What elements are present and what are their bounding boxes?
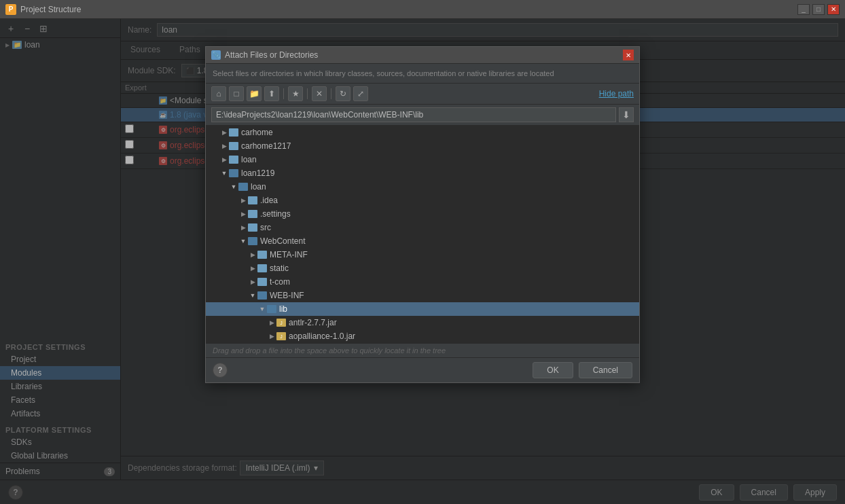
carhome-folder-icon (229, 128, 238, 137)
dialog-description: Select files or directories in which lib… (206, 64, 639, 84)
delete-toolbar-btn[interactable]: ✕ (312, 86, 327, 101)
settings-label: .settings (260, 209, 291, 219)
idea-folder-icon (248, 196, 257, 204)
settings-arrow: ▶ (238, 211, 248, 217)
webcontent-folder-icon (248, 237, 257, 245)
static-arrow: ▶ (248, 265, 257, 272)
window-controls: _ □ ✕ (797, 4, 840, 15)
t-com-label: t-com (270, 277, 290, 287)
tree-item-antlr[interactable]: ▶ J antlr-2.7.7.jar (206, 316, 639, 329)
minimize-button[interactable]: _ (797, 4, 810, 15)
path-download-btn[interactable]: ⬇ (619, 107, 634, 122)
loan1219-folder-icon (229, 169, 238, 177)
path-input[interactable] (211, 107, 616, 122)
meta-inf-folder-icon (257, 251, 267, 259)
aopalliance-label: aopalliance-1.0.jar (289, 331, 355, 341)
tree-item-webcontent[interactable]: ▼ WebContent (206, 234, 639, 248)
src-arrow: ▶ (238, 224, 248, 231)
loan1219-arrow: ▼ (219, 170, 229, 177)
dialog-title-icon: 📎 (211, 50, 221, 60)
src-label: src (260, 223, 271, 232)
tree-item-loan-sub[interactable]: ▼ loan (206, 180, 639, 194)
web-inf-arrow: ▼ (248, 292, 257, 299)
t-com-folder-icon (257, 278, 267, 286)
carhome1217-label: carhome1217 (241, 141, 291, 151)
loan-sub-arrow: ▼ (229, 183, 238, 190)
attach-files-dialog: 📎 Attach Files or Directories ✕ Select f… (205, 46, 640, 383)
loan-arrow: ▶ (219, 156, 229, 163)
lib-arrow: ▼ (257, 306, 267, 312)
tree-item-src[interactable]: ▶ src (206, 221, 639, 234)
path-row: ⬇ (206, 105, 639, 126)
meta-inf-label: META-INF (270, 250, 308, 259)
idea-arrow: ▶ (238, 197, 248, 204)
tree-item-t-com[interactable]: ▶ t-com (206, 275, 639, 289)
carhome1217-folder-icon (229, 142, 238, 150)
tree-item-meta-inf[interactable]: ▶ META-INF (206, 248, 639, 262)
new-folder-toolbar-btn[interactable]: 📁 (247, 86, 262, 101)
tree-item-idea[interactable]: ▶ .idea (206, 194, 639, 207)
close-button[interactable]: ✕ (827, 4, 840, 15)
lib-folder-icon (267, 305, 276, 313)
antlr-label: antlr-2.7.7.jar (289, 318, 337, 327)
tree-item-aopalliance[interactable]: ▶ J aopalliance-1.0.jar (206, 329, 639, 343)
loan-label: loan (241, 155, 257, 164)
dialog-cancel-button[interactable]: Cancel (579, 362, 632, 378)
idea-label: .idea (260, 196, 278, 205)
src-folder-icon (248, 223, 257, 232)
maximize-button[interactable]: □ (812, 4, 825, 15)
window-title: Project Structure (20, 5, 81, 14)
tree-item-carhome[interactable]: ▶ carhome (206, 126, 639, 139)
antlr-jar-icon: J (276, 319, 286, 327)
title-bar: P Project Structure _ □ ✕ (0, 0, 845, 19)
dialog-title-bar: 📎 Attach Files or Directories ✕ (206, 47, 639, 64)
favorites-toolbar-btn[interactable]: ★ (288, 86, 303, 101)
hide-path-link[interactable]: Hide path (599, 89, 634, 98)
app-icon: P (5, 4, 16, 15)
tree-item-loan1219[interactable]: ▼ loan1219 (206, 166, 639, 180)
tree-item-web-inf[interactable]: ▼ WEB-INF (206, 289, 639, 302)
lib-label: lib (279, 304, 287, 314)
carhome-arrow: ▶ (219, 129, 229, 136)
loan1219-label: loan1219 (241, 168, 274, 178)
desktop-toolbar-btn[interactable]: □ (229, 86, 244, 101)
tree-item-static[interactable]: ▶ static (206, 262, 639, 275)
dialog-title: Attach Files or Directories (225, 50, 619, 60)
static-folder-icon (257, 264, 267, 272)
dialog-toolbar: ⌂ □ 📁 ⬆ ★ ✕ ↻ ⤢ Hide path (206, 84, 639, 105)
web-inf-label: WEB-INF (270, 291, 304, 300)
static-label: static (270, 264, 289, 273)
carhome1217-arrow: ▶ (219, 143, 229, 149)
aopalliance-jar-icon: J (276, 332, 286, 340)
tree-item-settings[interactable]: ▶ .settings (206, 207, 639, 221)
parent-folder-toolbar-btn[interactable]: ⬆ (264, 86, 279, 101)
loan-sub-label: loan (251, 182, 266, 192)
settings-folder-icon (248, 210, 257, 218)
loan-sub-folder-icon (238, 183, 248, 191)
meta-inf-arrow: ▶ (248, 251, 257, 258)
t-com-arrow: ▶ (248, 278, 257, 285)
tree-item-lib[interactable]: ▼ lib (206, 302, 639, 316)
carhome-label: carhome (241, 128, 273, 137)
home-toolbar-btn[interactable]: ⌂ (211, 86, 226, 101)
tree-item-loan[interactable]: ▶ loan (206, 153, 639, 166)
web-inf-folder-icon (257, 291, 267, 300)
loan-folder-icon (229, 156, 238, 164)
dialog-close-button[interactable]: ✕ (623, 50, 634, 60)
tree-item-carhome1217[interactable]: ▶ carhome1217 (206, 139, 639, 153)
antlr-arrow: ▶ (267, 319, 276, 326)
aopalliance-arrow: ▶ (267, 333, 276, 340)
dialog-bottom-buttons: ? OK Cancel (206, 357, 639, 382)
expand-toolbar-btn[interactable]: ⤢ (353, 86, 368, 101)
toolbar-divider1 (283, 88, 284, 99)
refresh-toolbar-btn[interactable]: ↻ (336, 86, 350, 101)
dialog-backdrop: 📎 Attach Files or Directories ✕ Select f… (0, 19, 845, 504)
dialog-hint: Drag and drop a file into the space abov… (206, 343, 639, 357)
toolbar-divider3 (331, 88, 331, 99)
dialog-ok-button[interactable]: OK (533, 362, 573, 378)
webcontent-label: WebContent (260, 236, 306, 246)
dialog-tree: ▶ carhome ▶ carhome1217 ▶ loan ▼ loan121… (206, 126, 639, 343)
toolbar-divider2 (307, 88, 308, 99)
dialog-help-button[interactable]: ? (213, 363, 228, 378)
webcontent-arrow: ▼ (238, 238, 248, 245)
